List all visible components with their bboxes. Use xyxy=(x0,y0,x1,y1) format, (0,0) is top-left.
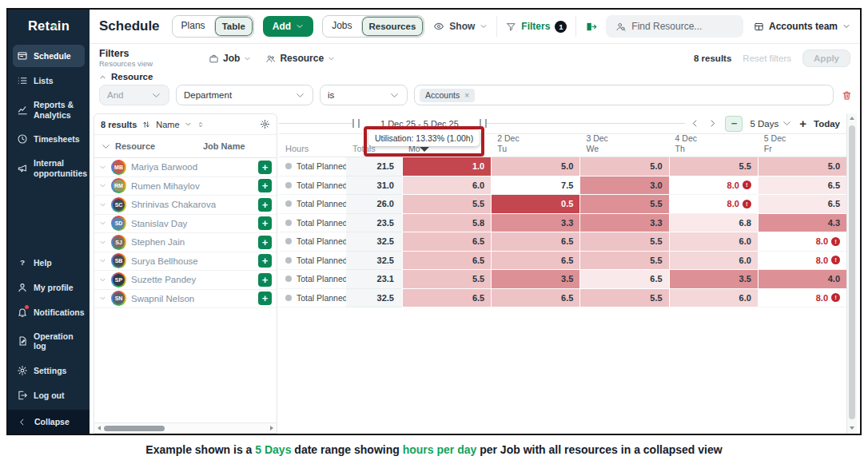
resource-row-stephen-jain[interactable]: SJStephen Jain+ xyxy=(94,233,277,252)
resource-row-swapnil-nelson[interactable]: SNSwapnil Nelson+ xyxy=(94,290,277,309)
vertical-scrollbar[interactable] xyxy=(846,113,857,434)
sidebar-item-help[interactable]: ?Help xyxy=(13,252,85,274)
job-filter-dropdown[interactable]: Job xyxy=(209,53,251,64)
resource-section-header[interactable]: Resource xyxy=(90,70,860,83)
range-start-handle[interactable] xyxy=(352,119,360,128)
horizontal-scrollbar[interactable] xyxy=(94,422,277,433)
hours-cell-4-dec[interactable]: 8.0! xyxy=(669,195,758,214)
sidebar-item-log-out[interactable]: Log out xyxy=(13,384,85,407)
sidebar-item-notifications[interactable]: Notifications xyxy=(13,301,85,323)
chevron-down-icon[interactable] xyxy=(99,164,106,171)
hours-cell-1-dec[interactable]: 5.5 xyxy=(402,195,491,214)
vertical-scroll-thumb[interactable] xyxy=(849,125,855,419)
hours-cell-5-dec[interactable]: 6.5 xyxy=(758,195,846,214)
add-booking-button[interactable]: + xyxy=(258,179,272,192)
hours-cell-1-dec[interactable]: 6.5 xyxy=(402,232,491,252)
chevron-down-icon[interactable] xyxy=(99,201,106,208)
sort-field-label[interactable]: Name xyxy=(156,120,179,129)
horizontal-scroll-thumb[interactable] xyxy=(104,426,165,431)
sort-icon[interactable] xyxy=(141,120,151,129)
resource-column[interactable]: Resource xyxy=(101,141,203,152)
add-booking-button[interactable]: + xyxy=(258,236,272,249)
operator-select[interactable]: is xyxy=(320,85,408,105)
hours-cell-2-dec[interactable]: 6.5 xyxy=(491,252,579,271)
sidebar-item-lists[interactable]: Lists xyxy=(13,69,85,92)
sidebar-item-operation-log[interactable]: Operation log xyxy=(13,326,85,357)
show-menu[interactable]: Show xyxy=(433,21,488,32)
sidebar-item-internal-opportunities[interactable]: Internal opportunities xyxy=(13,153,85,184)
sidebar-item-reports-analytics[interactable]: Reports & Analytics xyxy=(13,94,85,125)
resource-row-shrinivas-chakarova[interactable]: SCShrinivas Chakarova+ xyxy=(94,196,277,215)
hours-cell-4-dec[interactable]: 6.8 xyxy=(669,214,758,233)
resource-row-suzette-pandey[interactable]: SPSuzette Pandey+ xyxy=(94,271,277,290)
resource-row-surya-bellhouse[interactable]: SBSurya Bellhouse+ xyxy=(94,252,277,272)
add-booking-button[interactable]: + xyxy=(258,273,272,287)
sidebar-item-my-profile[interactable]: My profile xyxy=(13,276,85,299)
zoom-in-button[interactable]: + xyxy=(799,117,806,129)
hours-cell-1-dec[interactable]: 1.0 xyxy=(402,157,491,176)
sidebar-item-schedule[interactable]: Schedule xyxy=(13,45,85,67)
chevron-right-icon[interactable] xyxy=(707,118,718,129)
sidebar-collapse-button[interactable]: Collapse xyxy=(8,410,90,434)
resource-filter-dropdown[interactable]: Resource xyxy=(265,53,335,64)
filters-button[interactable]: Filters 1 xyxy=(506,21,567,33)
hours-cell-5-dec[interactable]: 8.0! xyxy=(758,252,846,271)
zoom-out-button[interactable]: − xyxy=(725,116,743,132)
hours-cell-4-dec[interactable]: 8.0! xyxy=(669,176,758,196)
hours-cell-5-dec[interactable]: 8.0! xyxy=(758,289,846,308)
scroll-down-arrow[interactable] xyxy=(847,426,857,430)
hours-cell-3-dec[interactable]: 5.0 xyxy=(579,157,668,176)
scroll-left-arrow[interactable] xyxy=(98,426,101,430)
add-booking-button[interactable]: + xyxy=(258,161,272,174)
gear-icon[interactable] xyxy=(260,119,270,129)
hours-cell-4-dec[interactable]: 6.0 xyxy=(669,232,758,252)
scroll-right-arrow[interactable] xyxy=(270,426,273,430)
hours-cell-5-dec[interactable]: 6.5 xyxy=(758,176,846,196)
hours-cell-4-dec[interactable]: 5.5 xyxy=(669,157,758,176)
hours-cell-4-dec[interactable]: 6.0 xyxy=(669,252,758,271)
chevron-down-icon[interactable] xyxy=(99,295,106,302)
sidebar-item-settings[interactable]: Settings xyxy=(13,359,85,382)
reset-filters-button[interactable]: Reset filters xyxy=(743,54,791,63)
hours-cell-5-dec[interactable]: 5.0 xyxy=(758,157,846,176)
add-booking-button[interactable]: + xyxy=(258,254,272,268)
export-icon[interactable] xyxy=(585,21,597,33)
hours-cell-1-dec[interactable]: 6.0 xyxy=(402,176,491,196)
hours-cell-3-dec[interactable]: 5.5 xyxy=(579,232,668,252)
chevron-left-icon[interactable] xyxy=(690,118,700,129)
chevron-down-icon[interactable] xyxy=(99,257,106,264)
zoom-level-select[interactable]: 5 Days xyxy=(750,118,792,129)
today-button[interactable]: Today xyxy=(814,119,840,129)
hours-cell-2-dec[interactable]: 6.5 xyxy=(491,289,579,308)
resource-row-stanislav-day[interactable]: SDStanislav Day+ xyxy=(94,215,277,234)
hours-cell-2-dec[interactable]: 0.5 xyxy=(491,195,579,214)
hours-cell-1-dec[interactable]: 5.8 xyxy=(402,214,491,233)
find-resource-input[interactable]: Find Resource... xyxy=(606,15,743,38)
hours-cell-4-dec[interactable]: 6.0 xyxy=(669,289,758,308)
chevron-down-icon[interactable] xyxy=(99,276,106,284)
filter-value-input[interactable]: Accounts × xyxy=(414,85,834,105)
resource-row-rumen-mihaylov[interactable]: RMRumen Mihaylov+ xyxy=(94,177,277,196)
hours-cell-3-dec[interactable]: 3.0 xyxy=(579,176,668,196)
hours-cell-1-dec[interactable]: 6.5 xyxy=(402,252,491,271)
hours-cell-3-dec[interactable]: 5.5 xyxy=(579,289,668,308)
add-button[interactable]: Add xyxy=(263,16,313,37)
chevron-down-icon[interactable] xyxy=(99,239,106,246)
chevron-down-icon[interactable] xyxy=(99,220,106,227)
scroll-up-arrow[interactable] xyxy=(847,117,857,120)
add-booking-button[interactable]: + xyxy=(258,198,272,212)
add-booking-button[interactable]: + xyxy=(258,292,272,305)
hours-cell-2-dec[interactable]: 3.5 xyxy=(491,270,579,289)
chevron-down-icon[interactable] xyxy=(185,121,192,128)
hours-cell-2-dec[interactable]: 3.3 xyxy=(491,214,579,233)
sidebar-item-timesheets[interactable]: Timesheets xyxy=(13,128,85,150)
view-option-table[interactable]: Table xyxy=(214,16,253,37)
apply-button[interactable]: Apply xyxy=(802,50,850,67)
hours-cell-1-dec[interactable]: 5.5 xyxy=(402,270,491,289)
hours-cell-3-dec[interactable]: 5.5 xyxy=(579,195,668,214)
delete-filter-button[interactable] xyxy=(842,90,852,101)
hours-cell-5-dec[interactable]: 4.3 xyxy=(758,214,846,233)
team-selector[interactable]: Accounts team xyxy=(754,21,850,32)
hours-cell-2-dec[interactable]: 6.5 xyxy=(491,232,579,252)
hours-cell-3-dec[interactable]: 5.5 xyxy=(579,252,668,271)
